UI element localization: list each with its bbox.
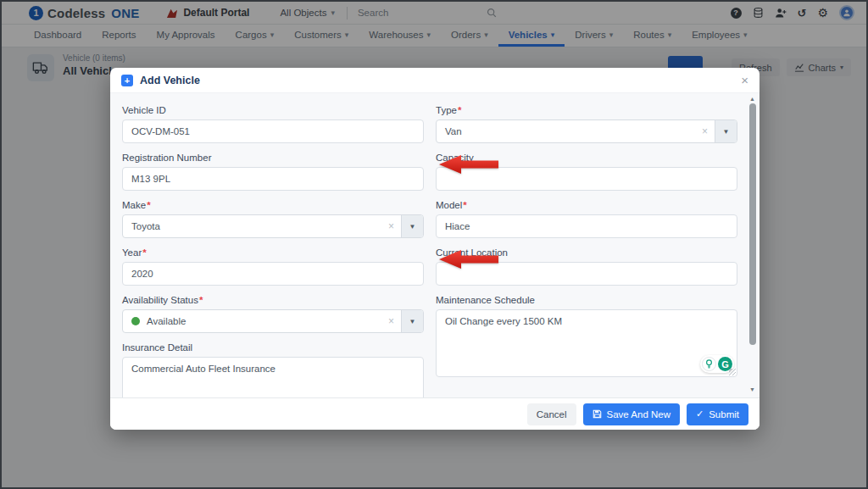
field-maintenance-schedule: Maintenance Schedule Oil Change every 15… — [436, 295, 737, 377]
submit-label: Submit — [709, 409, 739, 420]
field-registration-number: Registration Number — [122, 153, 424, 191]
field-type: Type* Van × ▼ — [436, 105, 737, 143]
form-column-left: Vehicle ID Registration Number Make* Toy… — [122, 105, 424, 397]
required-marker: * — [199, 295, 203, 305]
scroll-up-icon[interactable]: ▲ — [749, 96, 755, 103]
form-column-right: Type* Van × ▼ Capacity — [436, 105, 737, 397]
scroll-down-icon[interactable]: ▼ — [749, 386, 755, 394]
field-capacity: Capacity — [436, 153, 737, 191]
modal-header: + Add Vehicle × — [110, 68, 760, 93]
submit-button[interactable]: ✓ Submit — [687, 403, 748, 425]
field-make: Make* Toyota × ▼ — [122, 200, 424, 238]
vehicle-id-input[interactable] — [122, 119, 424, 143]
field-year: Year* — [122, 247, 424, 286]
maintenance-schedule-textarea[interactable]: Oil Change every 1500 KM — [436, 309, 737, 377]
modal-body: Vehicle ID Registration Number Make* Toy… — [110, 93, 760, 397]
field-label: Maintenance Schedule — [436, 295, 737, 305]
field-label: Current Location — [436, 247, 737, 258]
cancel-label: Cancel — [537, 409, 567, 420]
insurance-detail-textarea[interactable]: Commercial Auto Fleet Insurance — [122, 357, 424, 397]
save-icon — [593, 409, 602, 419]
make-select[interactable]: Toyota × ▼ — [122, 214, 424, 238]
chevron-down-icon[interactable]: ▼ — [401, 310, 423, 332]
field-label: Type* — [436, 105, 737, 115]
make-select-value: Toyota — [131, 221, 381, 231]
grammarly-icon[interactable]: G — [718, 357, 732, 371]
clear-icon[interactable]: × — [388, 220, 394, 232]
field-current-location: Current Location — [436, 247, 737, 286]
required-marker: * — [147, 200, 150, 210]
year-input[interactable] — [122, 262, 424, 286]
field-vehicle-id: Vehicle ID — [122, 105, 424, 143]
add-vehicle-modal: + Add Vehicle × Vehicle ID Registration … — [110, 68, 760, 430]
clear-icon[interactable]: × — [702, 125, 708, 137]
availability-status-value: Available — [147, 316, 381, 326]
suggestion-bulb-icon[interactable] — [702, 357, 716, 371]
field-label: Insurance Detail — [122, 342, 424, 353]
status-dot — [131, 317, 140, 325]
required-marker: * — [142, 247, 146, 258]
check-icon: ✓ — [696, 408, 704, 420]
app-frame: 1 Codeless ONE Default Portal All Object… — [0, 0, 868, 489]
modal-scrollbar[interactable]: ▲ ▼ — [747, 96, 758, 394]
capacity-input[interactable] — [436, 167, 737, 191]
field-label: Capacity — [436, 153, 737, 163]
required-marker: * — [458, 105, 461, 115]
required-marker: * — [463, 200, 466, 210]
modal-footer: Cancel Save And New ✓ Submit — [110, 397, 760, 430]
type-select-value: Van — [445, 126, 695, 136]
scrollbar-thumb[interactable] — [749, 103, 756, 345]
save-and-new-label: Save And New — [607, 409, 670, 420]
field-insurance-detail: Insurance Detail Commercial Auto Fleet I… — [122, 342, 424, 397]
current-location-input[interactable] — [436, 262, 737, 286]
type-select[interactable]: Van × ▼ — [436, 119, 737, 143]
field-label: Make* — [122, 200, 424, 210]
plus-icon: + — [121, 75, 133, 86]
registration-number-input[interactable] — [122, 167, 424, 191]
chevron-down-icon[interactable]: ▼ — [401, 215, 423, 237]
field-availability-status: Availability Status* Available × ▼ — [122, 295, 424, 333]
scrollbar-track[interactable] — [747, 103, 758, 386]
field-label: Year* — [122, 247, 424, 258]
field-label: Availability Status* — [122, 295, 424, 305]
model-input[interactable] — [436, 214, 737, 238]
field-label: Registration Number — [122, 153, 424, 163]
clear-icon[interactable]: × — [388, 315, 394, 327]
availability-status-select[interactable]: Available × ▼ — [122, 309, 424, 333]
field-label: Model* — [436, 200, 737, 210]
save-and-new-button[interactable]: Save And New — [583, 403, 680, 425]
chevron-down-icon[interactable]: ▼ — [715, 120, 737, 142]
grammarly-widget[interactable]: G — [700, 355, 734, 373]
close-icon[interactable]: × — [741, 74, 748, 86]
field-model: Model* — [436, 200, 737, 238]
modal-title: Add Vehicle — [140, 75, 200, 86]
field-label: Vehicle ID — [122, 105, 424, 115]
cancel-button[interactable]: Cancel — [527, 403, 576, 425]
